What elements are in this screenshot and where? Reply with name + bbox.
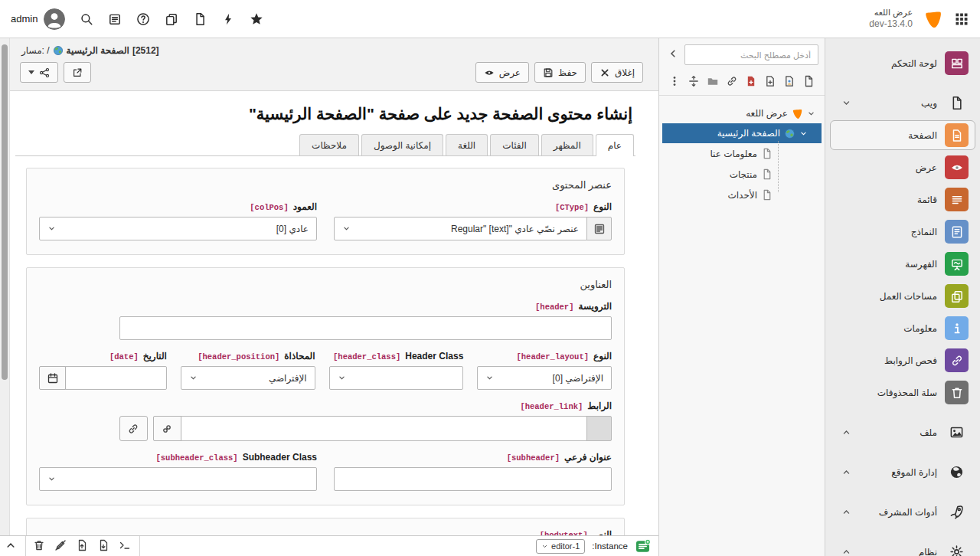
no-edit-button[interactable] [54,539,68,553]
module-workspaces-icon [945,284,969,308]
new-mount-page-button[interactable] [783,75,796,88]
user-menu[interactable]: admin [11,8,65,30]
header-layout-select[interactable]: الإفتراضي [0] [477,366,612,390]
topbar-icons [80,12,263,26]
header-link-input[interactable] [181,416,587,441]
typo3-logo-icon[interactable] [923,9,943,29]
date-input[interactable] [65,366,167,390]
open-new-window-button[interactable] [64,62,91,83]
search-icon [80,12,93,26]
bookmarks-button[interactable] [250,12,263,26]
tree-node-root[interactable]: عرض اللعه [662,103,822,123]
scrollbar[interactable] [0,38,10,535]
tree-node-about[interactable]: معلومات عنا [662,143,822,164]
chevron-down-icon [342,224,351,233]
instance-select[interactable]: editor-1 [536,539,585,554]
module-dashboard-icon [945,51,969,75]
module-indexing[interactable]: الفهرسة [830,249,975,279]
subheader-input[interactable] [334,467,612,491]
clear-cache-icon [221,12,235,26]
section-file[interactable]: ملف [830,417,975,447]
expand-collapse-button[interactable] [688,75,701,88]
avatar[interactable] [44,8,65,30]
chevron-up-icon [841,467,851,477]
close-button[interactable]: إغلاق [591,62,643,83]
module-recycler[interactable]: سلة المحذوفات [830,378,975,407]
link-browser-button[interactable] [119,416,148,441]
module-label: النماذج [911,227,937,237]
typo3-version: dev-13.4.0 [869,18,913,30]
username: admin [11,13,38,25]
more-options-button[interactable] [668,75,681,88]
module-label: أدوات المشرف [879,507,937,518]
header-class-select[interactable] [329,366,464,390]
datepicker-button[interactable] [39,366,66,390]
docheader: مسار: / الصفحة الرئيسية [2512] [0,38,658,91]
tab-general[interactable]: عام [596,134,634,156]
share-button[interactable] [20,62,58,83]
link-button[interactable] [726,75,739,88]
doc-download-button[interactable] [97,539,111,553]
module-page[interactable]: الصفحة [830,120,975,150]
tab-language[interactable]: اللغة [446,134,488,155]
trash-button[interactable] [33,539,47,553]
section-system[interactable]: نظام [830,537,975,556]
record-link-icon [161,423,173,435]
new-page-button[interactable] [802,75,815,88]
search-button[interactable] [80,12,93,26]
clear-cache-button[interactable] [221,12,235,26]
tree-node-products[interactable]: منتجات [662,164,822,185]
scrollbar-thumb[interactable] [2,44,8,380]
tree-search-input[interactable] [684,44,818,65]
doc-upload-button[interactable] [76,539,90,553]
module-info[interactable]: معلومات [830,313,975,343]
chevron-down-icon[interactable] [799,129,808,138]
tab-categories[interactable]: الفئات [490,134,539,155]
tab-notes[interactable]: ملاحظات [299,134,359,155]
subheader-class-select[interactable] [39,467,317,491]
link-addon [586,416,612,441]
view-button[interactable]: عرض [475,62,529,83]
save-button[interactable]: حفظ [534,62,586,83]
section-heading: عنصر المحتوى [39,179,612,191]
module-view[interactable]: عرض [830,152,975,182]
record-link-button[interactable] [153,416,181,441]
new-record-button[interactable] [193,12,207,26]
module-linkvalidator[interactable]: فحص الروابط [830,345,975,375]
documentation-button[interactable] [165,12,178,26]
chevron-down-icon[interactable] [807,110,815,118]
system-log-button[interactable] [108,12,122,26]
page-tree-panel: عرض اللعه الصفحة الرئيسية معلومات عنا من… [658,38,825,556]
header-input[interactable] [119,316,612,340]
site-info: عرض اللعه dev-13.4.0 [869,8,913,30]
tab-appearance[interactable]: المظهر [541,134,593,155]
section-admin-tools[interactable]: أدوات المشرف [830,497,975,527]
chevron-left-icon [667,47,679,60]
new-page-danger-button[interactable] [745,75,758,88]
module-forms[interactable]: النماذج [830,217,975,247]
terminal-button[interactable] [119,539,132,553]
ckeditor-logo-icon[interactable] [635,538,651,554]
section-site-management[interactable]: إدارة الموقع [830,457,975,487]
tree-node-home[interactable]: الصفحة الرئيسية [662,123,822,143]
module-list[interactable]: قائمة [830,185,975,214]
module-workspaces[interactable]: مساحات العمل [830,281,975,311]
section-web[interactable]: ويب [830,88,975,118]
new-shortcut-page-button[interactable] [764,75,777,88]
tree-node-events[interactable]: الأحداث [662,185,822,205]
module-grid-icon[interactable] [954,11,969,27]
external-link-icon [72,67,83,78]
ctype-select[interactable]: عنصر نصّي عادي "Regular" [text] [334,217,587,240]
module-recycler-icon [945,381,969,404]
folder-icon [707,75,719,87]
chevron-up-icon [841,507,851,517]
colpos-select[interactable]: عادي [0] [39,217,317,240]
new-shortcut-page-icon [764,75,776,87]
tree-collapse-button[interactable] [665,47,681,63]
collapse-bar-button[interactable] [5,539,18,553]
folder-button[interactable] [707,75,720,88]
module-dashboard[interactable]: لوحة التحكم [830,48,975,78]
header-position-select[interactable]: الإفتراضي [181,366,315,390]
tab-accessibility[interactable]: إمكانية الوصول [361,134,443,155]
help-button[interactable] [136,12,150,26]
